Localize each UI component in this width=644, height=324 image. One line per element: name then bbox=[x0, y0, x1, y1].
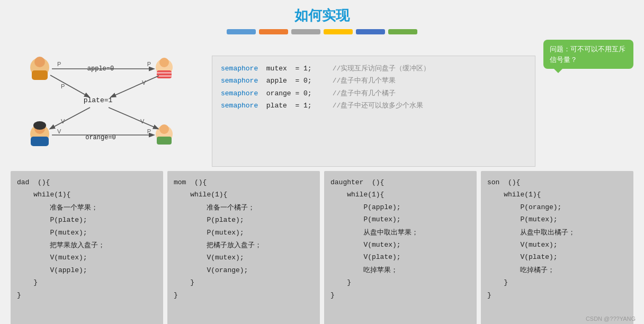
son-code: son (){ while(1){ P(orange); P(mutex); 从… bbox=[487, 176, 627, 301]
svg-rect-2 bbox=[32, 70, 48, 80]
svg-line-25 bbox=[50, 107, 90, 129]
svg-text:P: P bbox=[147, 128, 151, 134]
color-bar-item-6 bbox=[388, 29, 417, 34]
diagram-svg: plate=1 apple=0 orange=0 P P V P V V bbox=[11, 40, 201, 167]
color-bar-item-3 bbox=[291, 29, 320, 34]
page-title: 如何实现 bbox=[0, 0, 644, 29]
mom-code: mom (){ while(1){ 准备一个橘子； P(plate); P(mu… bbox=[174, 176, 314, 301]
svg-line-21 bbox=[111, 76, 159, 97]
svg-text:V: V bbox=[57, 128, 61, 134]
svg-rect-10 bbox=[31, 137, 49, 146]
color-bar bbox=[0, 29, 644, 34]
diagram-area: plate=1 apple=0 orange=0 P P V P V V bbox=[11, 40, 201, 167]
semaphore-code: semaphore mutex = 1; //实现互斥访问盘子（缓冲区） sem… bbox=[221, 62, 526, 112]
svg-line-23 bbox=[50, 75, 89, 97]
svg-point-1 bbox=[34, 57, 45, 67]
mom-panel: mom (){ while(1){ 准备一个橘子； P(plate); P(mu… bbox=[167, 171, 320, 324]
svg-text:P: P bbox=[61, 83, 65, 89]
dad-panel: dad (){ while(1){ 准备一个苹果； P(plate); P(mu… bbox=[11, 171, 163, 324]
svg-rect-6 bbox=[157, 72, 172, 74]
right-top-area: 问题：可不可以不用互斥信号量？ semaphore mutex = 1; //实… bbox=[212, 40, 633, 167]
semaphore-code-box: semaphore mutex = 1; //实现互斥访问盘子（缓冲区） sem… bbox=[212, 56, 535, 167]
daughter-code: daughter (){ while(1){ P(apple); P(mutex… bbox=[330, 176, 470, 301]
svg-text:P: P bbox=[147, 61, 151, 67]
color-bar-item-5 bbox=[356, 29, 385, 34]
footer-text: CSDN @???YANG bbox=[586, 316, 636, 322]
svg-text:P: P bbox=[57, 61, 61, 67]
son-panel: son (){ while(1){ P(orange); P(mutex); 从… bbox=[481, 171, 633, 324]
dad-code: dad (){ while(1){ 准备一个苹果； P(plate); P(mu… bbox=[17, 176, 157, 301]
bottom-section: dad (){ while(1){ 准备一个苹果； P(plate); P(mu… bbox=[0, 167, 644, 324]
color-bar-item-2 bbox=[259, 29, 288, 34]
top-section: plate=1 apple=0 orange=0 P P V P V V bbox=[0, 40, 644, 167]
daughter-panel: daughter (){ while(1){ P(apple); P(mutex… bbox=[324, 171, 477, 324]
svg-point-11 bbox=[33, 121, 46, 130]
svg-text:plate=1: plate=1 bbox=[84, 96, 113, 104]
svg-point-13 bbox=[159, 124, 169, 134]
svg-line-27 bbox=[109, 107, 158, 129]
color-bar-item-1 bbox=[227, 29, 256, 34]
speech-bubble: 问题：可不可以不用互斥信号量？ bbox=[543, 40, 633, 69]
svg-text:V: V bbox=[61, 118, 65, 124]
svg-text:V: V bbox=[142, 79, 146, 86]
color-bar-item-4 bbox=[324, 29, 353, 34]
svg-rect-14 bbox=[157, 137, 172, 145]
svg-point-4 bbox=[159, 58, 169, 67]
svg-rect-5 bbox=[157, 70, 172, 78]
svg-text:V: V bbox=[140, 118, 145, 124]
